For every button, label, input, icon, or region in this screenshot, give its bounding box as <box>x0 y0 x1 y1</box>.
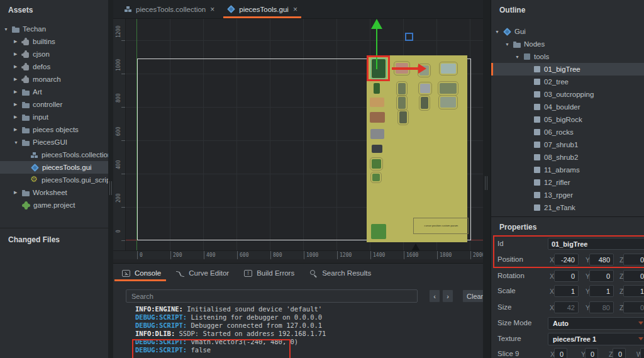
assets-tree-item[interactable]: ▼ PiecesGUI <box>0 136 108 148</box>
next-result-button[interactable]: › <box>442 289 453 303</box>
texture-dropdown[interactable]: pieces/Tree 1 <box>548 333 644 345</box>
outline-tree-item[interactable]: ▼ tools <box>491 50 644 63</box>
expand-arrow-icon[interactable]: ▶ <box>14 115 22 120</box>
slice9-y-field[interactable] <box>585 348 598 358</box>
log-message: Debugger connected from 127.0.0.1 <box>187 322 322 329</box>
assets-tree-item[interactable]: ▶ input <box>0 111 108 123</box>
log-prefix: INFO:ENGINE: <box>135 305 183 313</box>
outline-tree-item[interactable]: 02_tree <box>491 76 644 88</box>
outline-tree-item[interactable]: 13_rpger <box>491 189 644 201</box>
outline-tree-item[interactable]: 01_bigTree <box>491 63 644 76</box>
close-icon[interactable]: × <box>293 5 297 14</box>
outline-tree-item[interactable]: 06_rocks <box>491 126 644 138</box>
close-icon[interactable]: × <box>210 5 214 14</box>
outline-tree-item[interactable]: 11_abrams <box>491 164 644 176</box>
assets-tree-item[interactable]: ▶ Art <box>0 86 108 98</box>
atlas-texture[interactable]: cursor position custom param <box>367 55 467 242</box>
move-gizmo-plane-handle[interactable] <box>405 33 413 41</box>
ruler-label: 1200 <box>113 23 123 40</box>
splitter-grip[interactable] <box>485 176 486 190</box>
outline-tree-item[interactable]: 08_shrub2 <box>491 151 644 164</box>
tree-item-icon <box>31 164 39 172</box>
atlas-sprite <box>421 97 428 109</box>
splitter-grip[interactable] <box>487 176 487 190</box>
assets-tree-item[interactable]: piecesTools.gui <box>0 161 108 174</box>
assets-tree-item[interactable]: ▼ Techan <box>0 23 108 35</box>
splitter-grip[interactable] <box>111 181 112 195</box>
assets-tree: ▼ Techan ▶ builtins ▶ cjson ▶ <box>0 23 108 211</box>
property-label: Size <box>497 303 511 311</box>
expand-arrow-icon[interactable]: ▼ <box>495 30 503 34</box>
expand-arrow-icon[interactable]: ▼ <box>505 42 513 47</box>
outline-tree-item[interactable]: 04_boulder <box>491 101 644 113</box>
scale-x-field[interactable] <box>554 285 579 297</box>
tab-search-results[interactable]: Search Results <box>309 264 371 282</box>
move-gizmo-arrowhead-icon[interactable] <box>371 19 382 29</box>
horizontal-ruler: 0 200 400 600 800 1000 1200 1400 1600 <box>113 250 483 259</box>
assets-tree-item[interactable]: ▶ Worksheet <box>0 186 108 199</box>
atlas-sprite <box>420 84 430 93</box>
rotation-x-field[interactable] <box>554 270 579 282</box>
clear-console-button[interactable]: Clear <box>462 289 485 303</box>
expand-arrow-icon[interactable]: ▼ <box>515 55 523 59</box>
chevron-down-icon[interactable] <box>638 322 643 327</box>
assets-tree-item[interactable]: ▶ cjson <box>0 48 108 60</box>
scale-y-field[interactable] <box>589 285 614 297</box>
chevron-down-icon[interactable] <box>638 337 643 343</box>
tree-item-icon <box>12 28 19 33</box>
tree-item-label: 02_tree <box>544 78 569 86</box>
expand-arrow-icon[interactable]: ▶ <box>14 127 22 132</box>
expand-arrow-icon[interactable]: ▼ <box>4 27 12 31</box>
slice9-z-field[interactable] <box>613 348 626 358</box>
tree-item-icon <box>534 129 540 135</box>
outline-tree-item[interactable]: 05_bigRock <box>491 113 644 126</box>
splitter-right[interactable] <box>483 0 491 358</box>
tab-piecestools-collection[interactable]: piecesTools.collection × <box>118 0 221 18</box>
assets-tree-item[interactable]: ▶ pieces objects <box>0 123 108 136</box>
splitter-left[interactable] <box>108 0 113 358</box>
outline-tree-item[interactable]: 07_shrub1 <box>491 138 644 151</box>
outline-tree-item[interactable]: 21_eTank <box>491 201 644 214</box>
expand-arrow-icon[interactable]: ▶ <box>14 190 22 195</box>
splitter-grip[interactable] <box>109 181 110 195</box>
ruler-label: 1400 <box>370 251 385 259</box>
tree-item-icon <box>534 104 540 110</box>
tab-piecestools-gui[interactable]: piecesTools.gui × <box>221 0 304 18</box>
expand-arrow-icon[interactable]: ▶ <box>14 89 22 94</box>
expand-arrow-icon[interactable]: ▼ <box>14 140 22 145</box>
outline-tree-item[interactable]: ▼ Nodes <box>491 38 644 50</box>
property-row-texture: Texture pieces/Tree 1 <box>491 332 644 346</box>
assets-tree-item[interactable]: piecesTools.collection <box>0 148 108 161</box>
assets-tree-item[interactable]: game.project <box>0 199 108 211</box>
outline-tree-item[interactable]: ▼ Gui <box>491 25 644 38</box>
property-label: Scale <box>497 287 516 294</box>
assets-tree-item[interactable]: piecesTools.gui_script <box>0 174 108 186</box>
assets-tree-item[interactable]: ▶ builtins <box>0 35 108 48</box>
size-mode-dropdown[interactable]: Auto <box>548 317 644 330</box>
scene-canvas[interactable]: 1200 1000 800 600 <box>113 19 483 263</box>
tab-curve-editor[interactable]: Curve Editor <box>176 264 229 282</box>
ruler-label: 1600 <box>404 251 418 259</box>
assets-tree-item[interactable]: ▶ defos <box>0 60 108 73</box>
prev-result-button[interactable]: ‹ <box>429 289 440 303</box>
expand-arrow-icon[interactable]: ▶ <box>14 102 22 107</box>
tab-build-errors[interactable]: Build Errors <box>244 264 294 282</box>
atlas-note-box: cursor position custom param <box>413 218 469 234</box>
tab-console[interactable]: Console <box>122 264 161 282</box>
outline-tree-item[interactable]: 12_rifler <box>491 176 644 189</box>
scale-z-field[interactable] <box>623 285 644 297</box>
outline-tree-item[interactable]: 03_outcropping <box>491 88 644 101</box>
tree-item-label: 03_outcropping <box>544 91 594 98</box>
assets-tree-item[interactable]: ▶ monarch <box>0 73 108 86</box>
tree-item-icon <box>503 28 511 36</box>
rotation-y-field[interactable] <box>589 270 614 282</box>
ruler-label: 200 <box>113 190 123 206</box>
tab-label: piecesTools.gui <box>239 6 289 13</box>
console-search-input[interactable] <box>126 289 418 303</box>
assets-tree-item[interactable]: ▶ controller <box>0 98 108 111</box>
rotation-z-field[interactable] <box>623 270 644 282</box>
slice9-x-field[interactable] <box>554 348 567 358</box>
outline-properties-panel: Outline ▼ Gui ▼ Nodes ▼ tools <box>491 0 644 358</box>
section-divider <box>0 228 108 228</box>
slice9-w-field[interactable] <box>640 348 644 358</box>
